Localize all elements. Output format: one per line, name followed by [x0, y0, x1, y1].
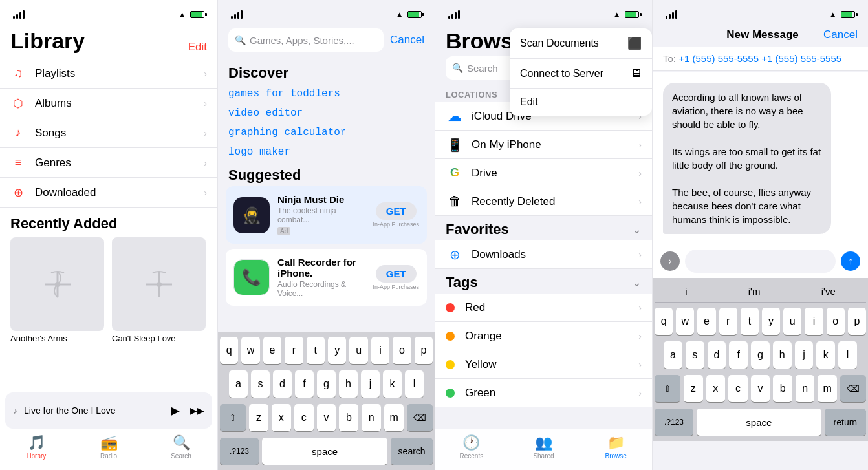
- msg-key-h[interactable]: h: [773, 341, 792, 369]
- key-m[interactable]: m: [384, 404, 404, 431]
- msg-space-key[interactable]: space: [697, 409, 821, 436]
- key-c[interactable]: c: [294, 404, 314, 431]
- key-z[interactable]: z: [249, 404, 268, 431]
- msg-key-q[interactable]: q: [655, 308, 673, 335]
- files-item-green[interactable]: Green ›: [435, 379, 652, 407]
- key-n[interactable]: n: [362, 404, 381, 431]
- key-r[interactable]: r: [285, 337, 303, 364]
- msg-key-f[interactable]: f: [729, 341, 748, 369]
- msg-key-b[interactable]: b: [773, 375, 792, 402]
- library-item-downloaded[interactable]: ⊕ Downloaded ›: [0, 178, 217, 208]
- messages-cancel-button[interactable]: Cancel: [823, 28, 858, 41]
- now-playing-bar[interactable]: ♪ Live for the One I Love ▶ ▶▶: [5, 392, 212, 429]
- msg-key-p[interactable]: p: [848, 308, 866, 335]
- key-e[interactable]: e: [263, 337, 281, 364]
- msg-key-k[interactable]: k: [816, 341, 835, 369]
- key-j[interactable]: j: [361, 370, 380, 398]
- key-h[interactable]: h: [339, 370, 358, 398]
- files-item-orange[interactable]: Orange ›: [435, 322, 652, 350]
- files-item-recently-deleted[interactable]: 🗑 Recently Deleted ›: [435, 187, 652, 216]
- search-cancel-button[interactable]: Cancel: [390, 34, 424, 47]
- key-k[interactable]: k: [383, 370, 402, 398]
- key-l[interactable]: l: [405, 370, 424, 398]
- discover-item-2[interactable]: graphing calculator: [218, 123, 435, 142]
- discover-item-1[interactable]: video editor: [218, 103, 435, 123]
- msg-key-g[interactable]: g: [751, 341, 770, 369]
- key-t[interactable]: t: [307, 337, 325, 364]
- msg-key-t[interactable]: t: [741, 308, 759, 335]
- msg-key-d[interactable]: d: [708, 341, 726, 369]
- key-f[interactable]: f: [295, 370, 314, 398]
- number-key[interactable]: .?123: [220, 438, 259, 465]
- msg-key-l[interactable]: l: [838, 341, 857, 369]
- library-edit-button[interactable]: Edit: [188, 41, 207, 54]
- msg-key-s[interactable]: s: [686, 341, 704, 369]
- key-y[interactable]: y: [328, 337, 346, 364]
- key-w[interactable]: w: [241, 337, 259, 364]
- msg-key-e[interactable]: e: [697, 308, 715, 335]
- app-card-1[interactable]: 📞 Call Recorder for iPhone. Audio Record…: [226, 249, 427, 306]
- autocomplete-i[interactable]: i: [685, 286, 687, 297]
- key-b[interactable]: b: [339, 404, 358, 431]
- tags-header[interactable]: Tags ⌄: [435, 269, 652, 294]
- msg-number-key[interactable]: .?123: [655, 409, 693, 436]
- space-key[interactable]: space: [262, 438, 387, 465]
- app-card-0[interactable]: 🥷 Ninja Must Die The coolest ninja comba…: [226, 186, 427, 244]
- files-item-red[interactable]: Red ›: [435, 294, 652, 322]
- key-o[interactable]: o: [393, 337, 411, 364]
- backspace-key[interactable]: ⌫: [407, 404, 433, 431]
- msg-key-o[interactable]: o: [827, 308, 845, 335]
- search-return-key[interactable]: search: [391, 438, 433, 465]
- msg-key-x[interactable]: x: [706, 375, 726, 402]
- key-v[interactable]: v: [317, 404, 336, 431]
- autocomplete-im[interactable]: i'm: [748, 286, 761, 297]
- files-item-downloads[interactable]: ⊕ Downloads ›: [435, 240, 652, 269]
- album-card-2[interactable]: Can't Sleep Love: [112, 237, 206, 343]
- nav-radio[interactable]: 📻 Radio: [72, 434, 145, 460]
- nav-library[interactable]: 🎵 Library: [0, 434, 72, 460]
- edit-item[interactable]: Edit: [510, 89, 652, 116]
- files-item-yellow[interactable]: Yellow ›: [435, 350, 652, 379]
- library-item-genres[interactable]: ≡ Genres ›: [0, 148, 217, 178]
- favorites-collapse-icon[interactable]: ⌄: [632, 222, 642, 237]
- key-x[interactable]: x: [272, 404, 291, 431]
- discover-item-0[interactable]: games for toddlers: [218, 84, 435, 103]
- msg-key-j[interactable]: j: [795, 341, 814, 369]
- connect-to-server-item[interactable]: Connect to Server 🖥: [510, 59, 652, 89]
- expand-button[interactable]: ›: [660, 251, 680, 271]
- msg-key-c[interactable]: c: [728, 375, 748, 402]
- favorites-header[interactable]: Favorites ⌄: [435, 216, 652, 240]
- album-card-1[interactable]: Another's Arms: [10, 237, 104, 343]
- search-input-wrap[interactable]: 🔍 Games, Apps, Stories,...: [228, 28, 384, 52]
- files-nav-browse[interactable]: 📁 Browse: [580, 434, 652, 460]
- send-button[interactable]: ↑: [841, 251, 860, 271]
- msg-key-i[interactable]: i: [805, 308, 823, 335]
- files-nav-shared[interactable]: 👥 Shared: [508, 434, 580, 460]
- nav-search[interactable]: 🔍 Search: [145, 434, 217, 460]
- msg-key-z[interactable]: z: [684, 375, 703, 402]
- library-item-playlists[interactable]: ♫ Playlists ›: [0, 59, 217, 89]
- fast-forward-button[interactable]: ▶▶: [190, 405, 204, 416]
- to-number[interactable]: +1 (555) 555-5555: [678, 53, 759, 64]
- message-input-field[interactable]: [685, 250, 836, 273]
- msg-key-a[interactable]: a: [664, 341, 682, 369]
- library-item-albums[interactable]: ⬡ Albums ›: [0, 89, 217, 118]
- key-u[interactable]: u: [349, 337, 367, 364]
- get-button-1[interactable]: GET: [376, 265, 417, 283]
- key-a[interactable]: a: [229, 370, 248, 398]
- key-p[interactable]: p: [415, 337, 433, 364]
- files-item-iphone[interactable]: 📱 On My iPhone ›: [435, 131, 652, 159]
- key-g[interactable]: g: [317, 370, 336, 398]
- msg-backspace-key[interactable]: ⌫: [840, 375, 866, 402]
- msg-key-n[interactable]: n: [796, 375, 815, 402]
- msg-key-r[interactable]: r: [719, 308, 737, 335]
- scan-documents-item[interactable]: Scan Documents ⬛: [510, 28, 652, 59]
- tags-collapse-icon[interactable]: ⌄: [632, 275, 642, 290]
- msg-key-m[interactable]: m: [818, 375, 837, 402]
- files-item-drive[interactable]: G Drive ›: [435, 159, 652, 187]
- key-s[interactable]: s: [251, 370, 270, 398]
- shift-key[interactable]: ⇧: [220, 404, 246, 431]
- msg-key-v[interactable]: v: [751, 375, 770, 402]
- play-button[interactable]: ▶: [171, 403, 180, 418]
- msg-shift-key[interactable]: ⇧: [655, 375, 680, 402]
